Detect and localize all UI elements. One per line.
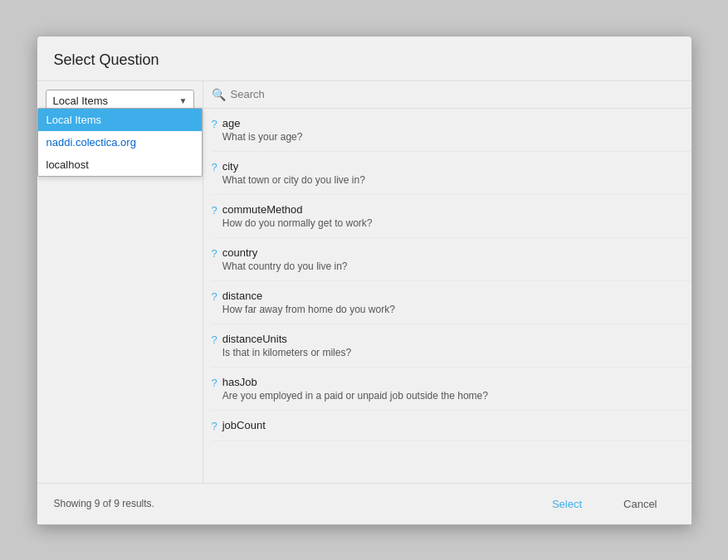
question-desc: How do you normally get to work?	[222, 217, 373, 229]
right-panel: 🔍 ? age What is your age? ? city What to…	[203, 81, 691, 483]
question-item-jobCount[interactable]: ? jobCount	[212, 411, 691, 441]
question-name: distance	[222, 290, 395, 302]
question-icon: ?	[212, 420, 217, 432]
question-desc: What country do you live in?	[222, 261, 348, 272]
question-icon: ?	[212, 334, 217, 346]
question-name: age	[222, 117, 303, 129]
search-icon: 🔍	[212, 88, 226, 101]
question-item-city[interactable]: ? city What town or city do you live in?	[212, 152, 691, 195]
select-button[interactable]: Select	[535, 492, 599, 516]
question-name: country	[222, 246, 348, 259]
question-item-hasJob[interactable]: ? hasJob Are you employed in a paid or u…	[212, 368, 691, 411]
question-item-commuteMethod[interactable]: ? commuteMethod How do you normally get …	[212, 195, 691, 238]
dropdown-item-local-items[interactable]: Local Items	[38, 109, 202, 131]
question-item-country[interactable]: ? country What country do you live in?	[212, 238, 691, 281]
question-item-distanceUnits[interactable]: ? distanceUnits Is that in kilometers or…	[212, 324, 691, 368]
dropdown-item-localhost[interactable]: localhost	[38, 153, 202, 176]
search-bar: 🔍	[203, 81, 691, 109]
question-desc: Are you employed in a paid or unpaid job…	[222, 390, 488, 402]
dialog-footer: Showing 9 of 9 results. Select Cancel	[37, 483, 691, 524]
question-icon: ?	[212, 377, 217, 389]
question-desc: Is that in kilometers or miles?	[222, 347, 351, 358]
select-question-dialog: Select Question Local Items naddi.colect…	[37, 36, 692, 525]
dialog-body: Local Items naddi.colectica.org localhos…	[37, 81, 691, 483]
question-icon: ?	[212, 290, 217, 303]
cancel-button[interactable]: Cancel	[606, 492, 674, 516]
results-count: Showing 9 of 9 results.	[54, 498, 154, 509]
question-desc: What is your age?	[222, 131, 303, 143]
questions-list: ? age What is your age? ? city What town…	[203, 109, 691, 483]
question-desc: What town or city do you live in?	[222, 174, 365, 186]
dropdown-item-naddi[interactable]: naddi.colectica.org	[38, 131, 202, 153]
footer-buttons: Select Cancel	[535, 492, 675, 516]
question-name: distanceUnits	[222, 333, 351, 345]
question-name: commuteMethod	[222, 203, 373, 216]
question-item-age[interactable]: ? age What is your age?	[212, 109, 691, 152]
question-name: hasJob	[222, 376, 488, 388]
left-panel: Local Items naddi.colectica.org localhos…	[37, 81, 203, 483]
question-name: jobCount	[222, 419, 266, 431]
search-input[interactable]	[231, 88, 683, 100]
question-name: city	[222, 160, 365, 173]
question-item-distance[interactable]: ? distance How far away from home do you…	[212, 281, 691, 324]
dropdown-menu: Local Items naddi.colectica.org localhos…	[37, 108, 203, 177]
dialog-title: Select Question	[37, 37, 691, 81]
question-desc: How far away from home do you work?	[222, 304, 395, 315]
question-icon: ?	[212, 204, 217, 217]
question-icon: ?	[212, 247, 217, 260]
question-icon: ?	[212, 161, 217, 173]
question-icon: ?	[212, 118, 217, 130]
